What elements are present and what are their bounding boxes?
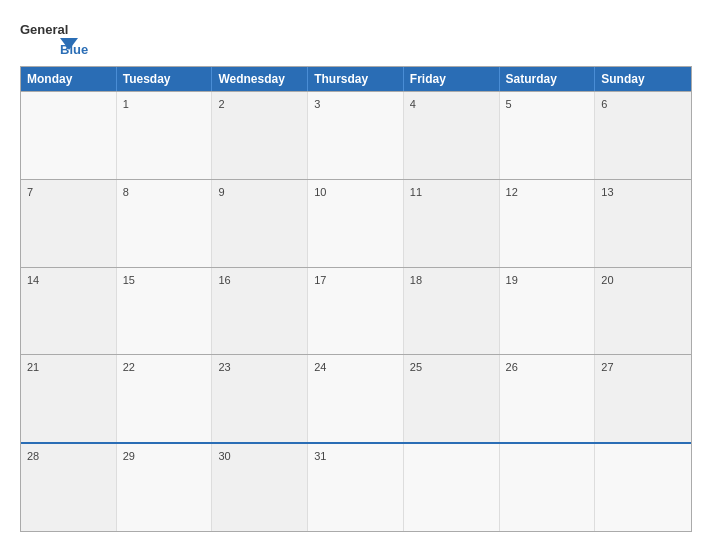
- day-number: 16: [218, 274, 230, 286]
- calendar-day-27: 27: [595, 355, 691, 442]
- calendar-day-7: 7: [21, 180, 117, 267]
- calendar-week-1: 123456: [21, 91, 691, 179]
- day-number: 18: [410, 274, 422, 286]
- calendar-day-1: 1: [117, 92, 213, 179]
- calendar-week-5: 28293031: [21, 442, 691, 531]
- calendar-day-21: 21: [21, 355, 117, 442]
- calendar-day-14: 14: [21, 268, 117, 355]
- header-day-monday: Monday: [21, 67, 117, 91]
- day-number: 5: [506, 98, 512, 110]
- calendar-day-20: 20: [595, 268, 691, 355]
- calendar-day-13: 13: [595, 180, 691, 267]
- logo-icon: General Blue: [20, 18, 110, 56]
- calendar-day-15: 15: [117, 268, 213, 355]
- header-day-sunday: Sunday: [595, 67, 691, 91]
- day-number: 25: [410, 361, 422, 373]
- day-number: 30: [218, 450, 230, 462]
- calendar-day-22: 22: [117, 355, 213, 442]
- calendar-day-6: 6: [595, 92, 691, 179]
- day-number: 6: [601, 98, 607, 110]
- calendar-header: MondayTuesdayWednesdayThursdayFridaySatu…: [21, 67, 691, 91]
- day-number: 14: [27, 274, 39, 286]
- calendar-day-4: 4: [404, 92, 500, 179]
- calendar-day-11: 11: [404, 180, 500, 267]
- day-number: 29: [123, 450, 135, 462]
- day-number: 12: [506, 186, 518, 198]
- calendar-day-5: 5: [500, 92, 596, 179]
- calendar-day-31: 31: [308, 444, 404, 531]
- calendar-day-3: 3: [308, 92, 404, 179]
- day-number: 24: [314, 361, 326, 373]
- calendar-day-8: 8: [117, 180, 213, 267]
- day-number: 20: [601, 274, 613, 286]
- calendar-page: General Blue MondayTuesdayWednesdayThurs…: [0, 0, 712, 550]
- header-day-wednesday: Wednesday: [212, 67, 308, 91]
- day-number: 19: [506, 274, 518, 286]
- calendar-day-26: 26: [500, 355, 596, 442]
- day-number: 22: [123, 361, 135, 373]
- calendar-day-30: 30: [212, 444, 308, 531]
- day-number: 3: [314, 98, 320, 110]
- header-day-friday: Friday: [404, 67, 500, 91]
- day-number: 2: [218, 98, 224, 110]
- day-number: 13: [601, 186, 613, 198]
- calendar-day-19: 19: [500, 268, 596, 355]
- day-number: 17: [314, 274, 326, 286]
- calendar-day-25: 25: [404, 355, 500, 442]
- svg-text:General: General: [20, 22, 68, 37]
- calendar-day-17: 17: [308, 268, 404, 355]
- calendar-day-23: 23: [212, 355, 308, 442]
- calendar-day-28: 28: [21, 444, 117, 531]
- calendar-day-9: 9: [212, 180, 308, 267]
- day-number: 26: [506, 361, 518, 373]
- day-number: 27: [601, 361, 613, 373]
- calendar-week-4: 21222324252627: [21, 354, 691, 442]
- calendar-grid: MondayTuesdayWednesdayThursdayFridaySatu…: [20, 66, 692, 532]
- header-day-saturday: Saturday: [500, 67, 596, 91]
- calendar-day-16: 16: [212, 268, 308, 355]
- day-number: 9: [218, 186, 224, 198]
- calendar-day-12: 12: [500, 180, 596, 267]
- header-day-thursday: Thursday: [308, 67, 404, 91]
- day-number: 28: [27, 450, 39, 462]
- day-number: 11: [410, 186, 422, 198]
- calendar-week-3: 14151617181920: [21, 267, 691, 355]
- day-number: 8: [123, 186, 129, 198]
- header-day-tuesday: Tuesday: [117, 67, 213, 91]
- day-number: 23: [218, 361, 230, 373]
- calendar-body: 1234567891011121314151617181920212223242…: [21, 91, 691, 531]
- calendar-day-18: 18: [404, 268, 500, 355]
- calendar-empty-cell: [21, 92, 117, 179]
- calendar-empty-cell: [404, 444, 500, 531]
- day-number: 4: [410, 98, 416, 110]
- calendar-empty-cell: [595, 444, 691, 531]
- day-number: 15: [123, 274, 135, 286]
- day-number: 21: [27, 361, 39, 373]
- calendar-day-24: 24: [308, 355, 404, 442]
- calendar-empty-cell: [500, 444, 596, 531]
- day-number: 7: [27, 186, 33, 198]
- logo: General Blue: [20, 18, 110, 56]
- calendar-day-2: 2: [212, 92, 308, 179]
- page-header: General Blue: [20, 18, 692, 56]
- day-number: 1: [123, 98, 129, 110]
- calendar-day-10: 10: [308, 180, 404, 267]
- calendar-day-29: 29: [117, 444, 213, 531]
- day-number: 31: [314, 450, 326, 462]
- calendar-week-2: 78910111213: [21, 179, 691, 267]
- day-number: 10: [314, 186, 326, 198]
- svg-text:Blue: Blue: [60, 42, 88, 56]
